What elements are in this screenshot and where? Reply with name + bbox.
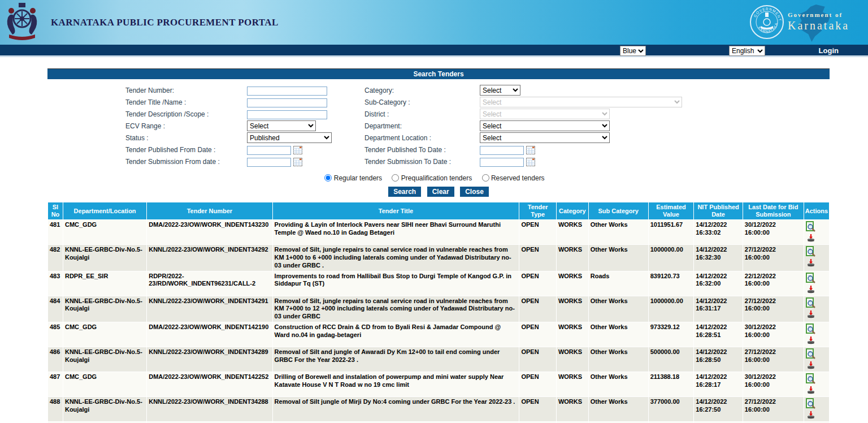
col-header-category: Category <box>557 202 588 219</box>
view-tender-icon[interactable] <box>806 297 817 309</box>
cell-category: WORKS <box>557 296 588 322</box>
cell-category: WORKS <box>557 397 588 421</box>
cell-tender-title: Removal of Silt jungle of Mirji Dy No:4 … <box>273 397 519 421</box>
cell-last-date-bid-submission: 30/12/202216:00:00 <box>743 220 804 244</box>
calendar-icon[interactable] <box>526 158 535 166</box>
radio-prequalification-tenders-input[interactable] <box>392 174 399 182</box>
tender-number-input[interactable] <box>247 87 327 96</box>
department-label: Department: <box>364 122 480 130</box>
login-link[interactable]: Login <box>819 46 839 55</box>
cell-nit-published-date: 14/12/202216:28:17 <box>694 372 743 396</box>
radio-regular-tenders-input[interactable] <box>324 174 332 182</box>
submission-to-date-input[interactable] <box>480 158 524 167</box>
table-row: 481 CMC_GDG DMA/2022-23/OW/WORK_INDENT14… <box>48 220 829 244</box>
cell-sl-no: 488 <box>48 397 63 421</box>
calendar-icon[interactable] <box>293 146 302 154</box>
download-tender-icon[interactable] <box>806 234 818 242</box>
language-select[interactable]: English <box>729 46 765 56</box>
cell-tender-title: Improvements to road from Hallibail Bus … <box>273 271 519 296</box>
cell-department-location: CMC_GDG <box>63 372 146 396</box>
view-tender-icon[interactable] <box>806 246 817 257</box>
col-header-estimated-value: Estimated Value <box>649 202 694 219</box>
theme-select[interactable]: Blue <box>620 46 646 56</box>
col-header-sub-category: Sub Category <box>589 202 648 219</box>
cell-sl-no: 484 <box>48 296 63 322</box>
cell-sl-no: 482 <box>48 245 63 270</box>
cell-estimated-value: 1000000.00 <box>649 245 694 270</box>
cell-tender-number: DMA/2022-23/OW/WORK_INDENT143230 <box>147 220 272 244</box>
cell-tender-title: Providing & Layin of Interlock Pavers ne… <box>273 220 519 244</box>
tender-title-label: Tender Title /Name : <box>125 98 247 106</box>
table-row: 483 RDPR_EE_SIR RDPR/2022-23/RD/WORK_IND… <box>48 271 829 296</box>
cell-tender-type: OPEN <box>519 245 555 270</box>
cell-sl-no: 486 <box>48 347 63 372</box>
view-tender-icon[interactable] <box>806 348 817 360</box>
table-row: 486 KNNL-EE-GRBC-Div-No.5-Koujalgi KNNL/… <box>48 347 829 372</box>
download-tender-icon[interactable] <box>806 411 818 419</box>
department-location-select[interactable]: Select <box>480 132 610 143</box>
tender-description-input[interactable] <box>247 110 327 119</box>
cell-nit-published-date: 14/12/202216:28:50 <box>694 347 743 372</box>
clear-button[interactable]: Clear <box>427 187 454 197</box>
calendar-icon[interactable] <box>526 146 535 154</box>
cell-tender-title: Removal of Silt, jungle repairs to canal… <box>273 245 519 270</box>
cell-estimated-value: 1011951.67 <box>649 220 694 244</box>
view-tender-icon[interactable] <box>806 221 817 232</box>
cell-department-location: CMC_GDG <box>63 220 146 244</box>
view-tender-icon[interactable] <box>806 398 817 409</box>
view-tender-icon[interactable] <box>806 323 817 335</box>
cell-actions <box>804 347 829 372</box>
cell-estimated-value: 377000.00 <box>649 397 694 421</box>
status-select[interactable]: Published <box>247 132 332 143</box>
cell-category: WORKS <box>557 347 588 372</box>
government-of-karnataka-logo: GOVERNMENT OF KARNATAKA Government of Ka… <box>728 1 863 44</box>
cell-department-location: KNNL-EE-GRBC-Div-No.5-Koujalgi <box>63 296 146 322</box>
download-tender-icon[interactable] <box>806 258 818 267</box>
submission-to-date-label: Tender Submission To Date : <box>364 158 480 166</box>
cell-last-date-bid-submission: 27/12/202216:00:00 <box>743 245 804 270</box>
cell-sub-category: Other Works <box>589 397 648 421</box>
submission-from-date-input[interactable] <box>247 158 291 167</box>
close-button[interactable]: Close <box>460 187 489 197</box>
cell-department-location: KNNL-EE-GRBC-Div-No.5-Koujalgi <box>63 245 146 270</box>
table-row: 482 KNNL-EE-GRBC-Div-No.5-Koujalgi KNNL/… <box>48 245 829 270</box>
radio-reserved-tenders[interactable]: Reserved tenders <box>482 174 545 182</box>
district-label: District : <box>364 110 480 118</box>
cell-category: WORKS <box>557 220 588 244</box>
published-from-date-label: Tender Published From Date : <box>125 146 247 154</box>
download-tender-icon[interactable] <box>806 285 818 293</box>
cell-tender-number: DMA/2022-23/OW/WORK_INDENT142190 <box>147 322 272 347</box>
col-header-tender-number: Tender Number <box>147 202 272 219</box>
cell-tender-type: OPEN <box>519 322 555 347</box>
cell-nit-published-date: 14/12/202216:27:50 <box>694 397 743 421</box>
cell-category: WORKS <box>557 322 588 347</box>
published-from-date-input[interactable] <box>247 146 291 155</box>
radio-prequalification-tenders[interactable]: Prequalification tenders <box>392 174 474 182</box>
calendar-icon[interactable] <box>293 158 302 166</box>
department-select[interactable]: Select <box>480 120 610 131</box>
submission-from-date-label: Tender Submission From date : <box>125 158 247 166</box>
cell-last-date-bid-submission: 22/12/202216:00:00 <box>743 271 804 296</box>
cell-estimated-value: 839120.73 <box>649 271 694 296</box>
download-tender-icon[interactable] <box>806 361 818 369</box>
col-header-actions: Actions <box>804 202 829 219</box>
view-tender-icon[interactable] <box>806 273 817 284</box>
cell-tender-number: KNNL/2022-23/OW/WORK_INDENT34291 <box>147 296 272 322</box>
cell-last-date-bid-submission: 30/12/202216:00:00 <box>743 372 804 396</box>
download-tender-icon[interactable] <box>806 386 818 394</box>
cell-tender-type: OPEN <box>519 296 555 322</box>
search-button[interactable]: Search <box>388 187 421 197</box>
published-to-date-input[interactable] <box>480 146 524 155</box>
download-tender-icon[interactable] <box>806 336 818 344</box>
radio-regular-tenders[interactable]: Regular tenders <box>324 174 384 182</box>
cell-category: WORKS <box>557 245 588 270</box>
category-select[interactable]: Select <box>480 85 520 96</box>
view-tender-icon[interactable] <box>806 373 817 385</box>
cell-category: WORKS <box>557 271 588 296</box>
tender-title-input[interactable] <box>247 98 327 107</box>
ecv-range-select[interactable]: Select <box>247 120 316 131</box>
download-tender-icon[interactable] <box>806 310 818 318</box>
cell-tender-type: OPEN <box>519 220 555 244</box>
cell-nit-published-date: 14/12/202216:31:17 <box>694 296 743 322</box>
radio-reserved-tenders-input[interactable] <box>482 174 489 182</box>
